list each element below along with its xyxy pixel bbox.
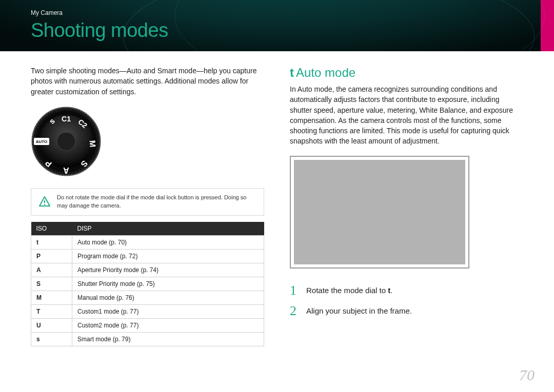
step-text: Align your subject in the frame. — [306, 306, 412, 315]
mode-icon-cell: M — [31, 291, 72, 304]
svg-text:A: A — [63, 166, 69, 175]
step-number: 1 — [290, 284, 299, 297]
table-row: sSmart mode (p. 79) — [31, 332, 264, 346]
table-row: UCustom2 mode (p. 77) — [31, 318, 264, 332]
mode-desc-cell: Program mode (p. 72) — [72, 249, 264, 263]
step-number: 2 — [290, 304, 299, 318]
table-row: TCustom1 mode (p. 77) — [31, 304, 264, 318]
table-head-left: ISO — [31, 222, 72, 236]
heading-text: Auto mode — [296, 66, 355, 79]
mode-icon-cell: P — [31, 249, 72, 263]
warning-text: Do not rotate the mode dial if the mode … — [57, 194, 256, 210]
table-head-right: DISP — [72, 222, 264, 236]
svg-point-15 — [44, 204, 45, 205]
section-body: In Auto mode, the camera recognizes surr… — [290, 84, 523, 147]
mode-icon-cell: A — [31, 263, 72, 277]
mode-icon-cell: U — [31, 318, 72, 332]
warning-icon — [38, 196, 51, 208]
svg-text:M: M — [88, 140, 97, 147]
page-title: Shooting modes — [31, 19, 168, 42]
step: 2Align your subject in the frame. — [290, 304, 523, 318]
mode-desc-cell: Shutter Priority mode (p. 75) — [72, 277, 264, 291]
svg-text:AUTO: AUTO — [36, 139, 48, 144]
section-tab — [541, 0, 554, 51]
page-number: 70 — [519, 366, 535, 384]
table-row: AAperture Priority mode (p. 74) — [31, 263, 264, 277]
table-row: MManual mode (p. 76) — [31, 291, 264, 304]
mode-dial-figure: AUTO s C1 C2 M S A P — [31, 106, 264, 179]
mode-desc-cell: Manual mode (p. 76) — [72, 291, 264, 304]
intro-text: Two simple shooting modes—Auto and Smart… — [31, 66, 264, 97]
svg-text:C1: C1 — [62, 115, 71, 123]
mode-desc-cell: Smart mode (p. 79) — [72, 332, 264, 346]
table-row: tAuto mode (p. 70) — [31, 235, 264, 249]
mode-desc-cell: Custom1 mode (p. 77) — [72, 304, 264, 318]
preview-placeholder — [294, 160, 465, 264]
mode-dial-icon: AUTO s C1 C2 M S A P — [31, 106, 102, 177]
mode-icon-cell: t — [31, 235, 72, 249]
steps-list: 1Rotate the mode dial to t.2Align your s… — [290, 284, 523, 318]
mode-table: ISO DISP tAuto mode (p. 70)PProgram mode… — [31, 222, 264, 346]
svg-point-4 — [57, 132, 75, 151]
heading-prefix: t — [290, 66, 294, 79]
step-text: Rotate the mode dial to t. — [306, 286, 392, 295]
mode-icon-cell: S — [31, 277, 72, 291]
mode-desc-cell: Custom2 mode (p. 77) — [72, 318, 264, 332]
step: 1Rotate the mode dial to t. — [290, 284, 523, 297]
right-column: tAuto mode In Auto mode, the camera reco… — [290, 66, 523, 325]
breadcrumb: My Camera — [31, 9, 63, 16]
mode-desc-cell: Auto mode (p. 70) — [72, 235, 264, 249]
table-row: PProgram mode (p. 72) — [31, 249, 264, 263]
left-column: Two simple shooting modes—Auto and Smart… — [31, 66, 264, 346]
mode-icon-cell: T — [31, 304, 72, 318]
preview-frame — [290, 156, 469, 269]
mode-desc-cell: Aperture Priority mode (p. 74) — [72, 263, 264, 277]
warning-box: Do not rotate the mode dial if the mode … — [31, 188, 264, 216]
mode-icon-cell: s — [31, 332, 72, 346]
table-row: SShutter Priority mode (p. 75) — [31, 277, 264, 291]
section-heading: tAuto mode — [290, 66, 523, 80]
